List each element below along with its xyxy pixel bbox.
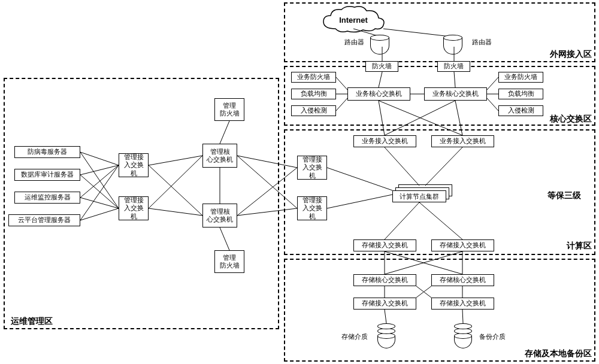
biz-core-switch-1: 业务核心交换机 xyxy=(347,87,410,101)
router-1-label: 路由器 xyxy=(344,38,364,47)
load-balance-l: 负载均衡 xyxy=(291,89,336,99)
biz-core-switch-2: 业务核心交换机 xyxy=(424,87,487,101)
mgmt-access-switch-4: 管理接 入交换机 xyxy=(297,196,327,220)
level3-label: 等保三级 xyxy=(547,190,581,201)
internet-cloud: Internet xyxy=(317,5,389,35)
svg-text:Internet: Internet xyxy=(339,16,368,25)
firewall-2: 防火墙 xyxy=(437,61,470,72)
storage-core-switch-2: 存储核心交换机 xyxy=(431,274,494,286)
storage-media-label: 存储介质 xyxy=(341,332,368,341)
mgmt-access-switch-1: 管理接 入交换机 xyxy=(119,153,149,177)
zone-ops-label: 运维管理区 xyxy=(11,316,53,327)
backup-media-icon xyxy=(454,323,474,352)
storage-access-switch-1: 存储接入交换机 xyxy=(353,239,416,251)
biz-firewall-r: 业务防火墙 xyxy=(498,72,543,83)
firewall-1: 防火墙 xyxy=(365,61,398,72)
router-2-icon xyxy=(443,35,467,47)
mgmt-firewall-1: 管理 防火墙 xyxy=(214,98,244,121)
mgmt-access-switch-2: 管理接 入交换机 xyxy=(119,196,149,220)
router-2-label: 路由器 xyxy=(472,38,492,47)
zone-storage-label: 存储及本地备份区 xyxy=(525,348,592,359)
mgmt-core-switch-2: 管理核 心交换机 xyxy=(202,204,237,228)
biz-access-switch-2: 业务接入交换机 xyxy=(431,135,494,147)
storage-media-icon xyxy=(377,323,398,352)
intrusion-r: 入侵检测 xyxy=(498,105,543,116)
mgmt-core-switch-1: 管理核 心交换机 xyxy=(202,144,237,168)
biz-access-switch-1: 业务接入交换机 xyxy=(353,135,416,147)
zone-core-label: 核心交换区 xyxy=(550,114,592,125)
backup-media-label: 备份介质 xyxy=(479,332,506,341)
ops-monitor-server: 运维监控服务器 xyxy=(14,192,80,204)
storage-access-switch-3: 存储接入交换机 xyxy=(353,298,416,310)
intrusion-l: 入侵检测 xyxy=(291,105,336,116)
load-balance-r: 负载均衡 xyxy=(498,89,543,99)
storage-access-switch-4: 存储接入交换机 xyxy=(431,298,494,310)
db-audit-server: 数据库审计服务器 xyxy=(14,169,80,181)
mgmt-firewall-2: 管理 防火墙 xyxy=(214,250,244,273)
storage-access-switch-2: 存储接入交换机 xyxy=(431,239,494,251)
antivirus-server: 防病毒服务器 xyxy=(14,146,80,158)
zone-external-label: 外网接入区 xyxy=(550,49,592,60)
router-1-icon xyxy=(370,35,394,47)
mgmt-access-switch-3: 管理接 入交换机 xyxy=(297,156,327,180)
cloud-mgmt-server: 云平台管理服务器 xyxy=(8,214,80,226)
biz-firewall-l: 业务防火墙 xyxy=(291,72,336,83)
zone-compute-label: 计算区 xyxy=(567,241,592,251)
storage-core-switch-1: 存储核心交换机 xyxy=(353,274,416,286)
